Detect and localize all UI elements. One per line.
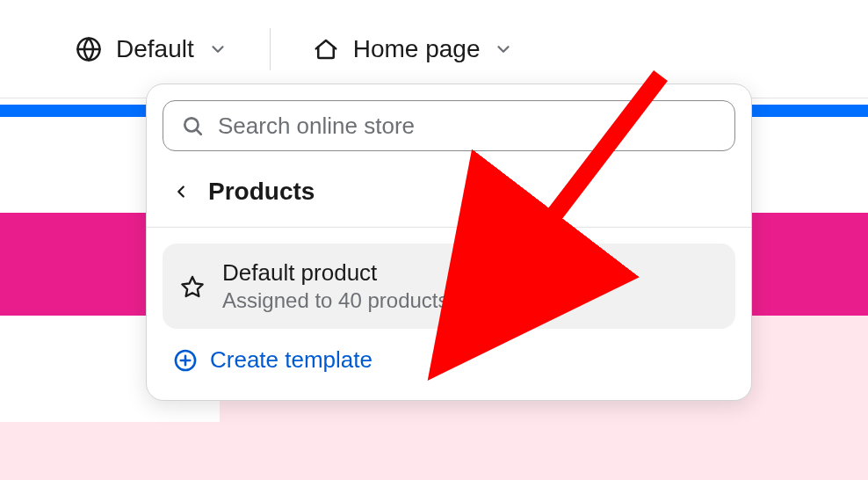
template-item-default-product[interactable]: Default product Assigned to 40 products [163,244,735,329]
chevron-down-icon [208,40,228,59]
template-item-subtitle: Assigned to 40 products [222,288,449,313]
theme-selector-label: Default [116,35,194,63]
star-icon [180,274,205,299]
search-input[interactable] [218,113,717,140]
home-icon [313,36,339,62]
toolbar-divider [270,28,271,70]
svg-line-2 [197,130,201,135]
svg-marker-3 [182,276,202,295]
chevron-down-icon [494,40,513,59]
create-template-label: Create template [210,346,373,374]
template-picker-popover: Products Default product Assigned to 40 … [146,84,752,401]
popover-divider [147,227,751,228]
template-item-text: Default product Assigned to 40 products [222,259,449,313]
page-selector[interactable]: Home page [313,35,514,63]
chevron-left-icon[interactable] [171,182,191,201]
plus-circle-icon [173,348,198,373]
template-item-title: Default product [222,259,449,287]
create-template-button[interactable]: Create template [163,329,735,391]
search-field[interactable] [163,100,735,151]
section-header-products[interactable]: Products [163,151,735,227]
globe-icon [76,36,102,62]
theme-selector[interactable]: Default [76,35,228,63]
page-selector-label: Home page [353,35,481,63]
section-header-label: Products [208,178,315,206]
search-icon [181,114,204,137]
